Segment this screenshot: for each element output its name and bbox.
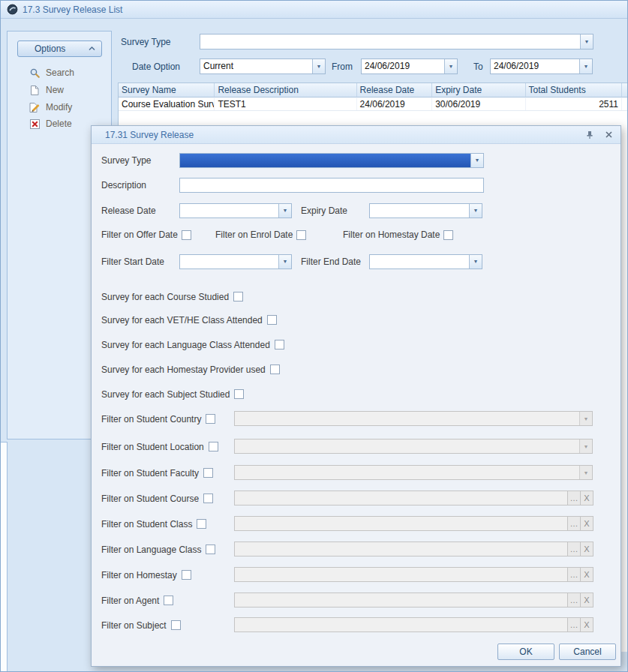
search-icon xyxy=(29,67,41,79)
column-header-expiry-date[interactable]: Expiry Date xyxy=(432,83,525,98)
clear-x-button: X xyxy=(581,516,593,531)
filter-student-class-checkbox[interactable] xyxy=(197,519,206,529)
survey-release-dialog: 17.31 Survey Release Survey Type ▼ xyxy=(91,125,621,667)
background-window-edge xyxy=(1,442,8,672)
table-row[interactable]: Course Evaluation Survey TEST1 24/06/201… xyxy=(119,98,628,111)
from-date-picker[interactable]: 24/06/2019 ▼ xyxy=(361,58,458,74)
options-item-new[interactable]: New xyxy=(29,82,64,98)
ok-button[interactable]: OK xyxy=(497,644,554,660)
expiry-date-picker[interactable]: ▼ xyxy=(369,203,482,218)
survey-homestay-provider-checkbox[interactable] xyxy=(270,364,280,374)
filter-student-country-label: Filter on Student Country xyxy=(101,414,201,424)
filter-student-country-checkbox[interactable] xyxy=(206,414,215,424)
chevron-down-icon[interactable]: ▼ xyxy=(580,34,593,49)
description-label: Description xyxy=(101,180,179,190)
release-date-picker[interactable]: ▼ xyxy=(179,203,292,218)
filter-student-country-value xyxy=(235,412,579,425)
offer-date-group: Filter on Offer Date xyxy=(101,230,191,240)
options-item-label: Delete xyxy=(46,118,72,129)
filter-start-label: Filter Start Date xyxy=(101,256,179,267)
filter-student-location-label: Filter on Student Location xyxy=(101,442,204,452)
filter-homestay-field xyxy=(234,567,568,582)
to-label: To xyxy=(473,62,483,72)
cell-survey-name: Course Evaluation Survey xyxy=(119,98,215,110)
browse-ellipsis-button: … xyxy=(568,617,581,632)
filter-student-country-select: ▼ xyxy=(234,411,593,426)
cell-expiry-date: 30/06/2019 xyxy=(432,98,525,110)
survey-vethe-class-row: Survey for each VET/HE Class Attended xyxy=(101,312,611,328)
cancel-button[interactable]: Cancel xyxy=(559,644,616,660)
cell-total-students: 2511 xyxy=(526,98,622,110)
offer-date-checkbox[interactable] xyxy=(182,230,191,240)
filter-student-faculty-row: Filter on Student Faculty ▼ xyxy=(101,465,611,481)
filter-subject-checkbox[interactable] xyxy=(171,620,181,630)
filter-student-location-value xyxy=(235,440,579,453)
filter-student-class-picker: … X xyxy=(234,516,593,531)
survey-type-select[interactable]: ▼ xyxy=(200,34,593,50)
filter-language-class-checkbox[interactable] xyxy=(206,544,215,554)
options-item-search[interactable]: Search xyxy=(29,65,74,80)
column-header-survey-name[interactable]: Survey Name xyxy=(119,83,215,98)
filter-student-course-checkbox[interactable] xyxy=(203,494,213,503)
options-header-button[interactable]: Options xyxy=(17,40,102,57)
chevron-down-icon[interactable]: ▼ xyxy=(278,204,291,218)
chevron-down-icon[interactable]: ▼ xyxy=(469,204,482,218)
filter-student-faculty-checkbox[interactable] xyxy=(203,468,213,478)
survey-subject-row: Survey for each Subject Studied xyxy=(101,386,611,402)
options-item-modify[interactable]: Modify xyxy=(29,100,72,115)
cell-release-description: TEST1 xyxy=(215,98,356,110)
dialog-titlebar: 17.31 Survey Release xyxy=(92,126,620,144)
survey-vethe-class-checkbox[interactable] xyxy=(267,315,277,325)
column-header-total-students[interactable]: Total Students xyxy=(526,83,622,98)
browse-ellipsis-button: … xyxy=(568,516,581,531)
expiry-date-label: Expiry Date xyxy=(301,206,369,216)
survey-language-class-checkbox[interactable] xyxy=(275,340,284,350)
filter-student-location-checkbox[interactable] xyxy=(209,442,218,452)
filter-start-date-picker[interactable]: ▼ xyxy=(179,254,292,269)
chevron-down-icon[interactable]: ▼ xyxy=(579,59,592,74)
survey-course-checkbox[interactable] xyxy=(233,292,243,302)
date-filter-checkbox-row: Filter on Offer Date Filter on Enrol Dat… xyxy=(92,228,620,244)
to-date-value: 24/06/2019 xyxy=(491,59,579,74)
filter-student-location-row: Filter on Student Location ▼ xyxy=(101,439,611,454)
chevron-down-icon[interactable]: ▼ xyxy=(470,154,483,167)
pin-icon[interactable] xyxy=(584,129,596,141)
description-input[interactable] xyxy=(179,178,484,193)
delete-icon xyxy=(29,118,41,130)
filter-student-class-label: Filter on Student Class xyxy=(101,519,192,530)
homestay-date-group: Filter on Homestay Date xyxy=(343,230,453,240)
filter-agent-field xyxy=(234,592,568,608)
browse-ellipsis-button: … xyxy=(568,490,581,506)
column-header-release-description[interactable]: Release Description xyxy=(215,83,356,98)
close-icon[interactable] xyxy=(602,129,614,141)
filter-agent-checkbox[interactable] xyxy=(164,596,173,605)
filter-student-faculty-label: Filter on Student Faculty xyxy=(101,468,199,478)
dialog-survey-type-select[interactable]: ▼ xyxy=(179,153,484,168)
options-item-label: Search xyxy=(46,68,74,78)
filter-student-faculty-value xyxy=(235,466,579,479)
survey-subject-checkbox[interactable] xyxy=(234,389,244,399)
options-item-delete[interactable]: Delete xyxy=(29,116,72,131)
clear-x-button: X xyxy=(581,490,593,506)
survey-subject-label: Survey for each Subject Studied xyxy=(101,389,230,400)
options-item-label: New xyxy=(46,85,64,95)
chevron-down-icon[interactable]: ▼ xyxy=(278,255,291,268)
chevron-down-icon[interactable]: ▼ xyxy=(444,59,457,74)
chevron-down-icon[interactable]: ▼ xyxy=(312,59,325,74)
filter-end-date-picker[interactable]: ▼ xyxy=(369,254,482,269)
survey-type-value xyxy=(200,34,580,49)
to-date-picker[interactable]: 24/06/2019 ▼ xyxy=(490,58,593,74)
survey-language-class-row: Survey for each Language Class Attended xyxy=(101,337,611,352)
filter-student-course-row: Filter on Student Course … X xyxy=(101,490,611,506)
filter-language-class-label: Filter on Language Class xyxy=(101,544,201,555)
chevron-down-icon: ▼ xyxy=(579,440,592,453)
column-header-release-date[interactable]: Release Date xyxy=(357,83,433,98)
chevron-down-icon[interactable]: ▼ xyxy=(469,255,482,268)
date-option-select[interactable]: Current ▼ xyxy=(200,58,326,74)
release-date-value xyxy=(180,204,278,218)
enrol-date-checkbox[interactable] xyxy=(296,230,306,240)
filter-homestay-checkbox[interactable] xyxy=(182,570,191,580)
homestay-date-checkbox[interactable] xyxy=(443,230,453,240)
dialog-title: 17.31 Survey Release xyxy=(105,130,577,140)
offer-date-label: Filter on Offer Date xyxy=(101,230,178,240)
